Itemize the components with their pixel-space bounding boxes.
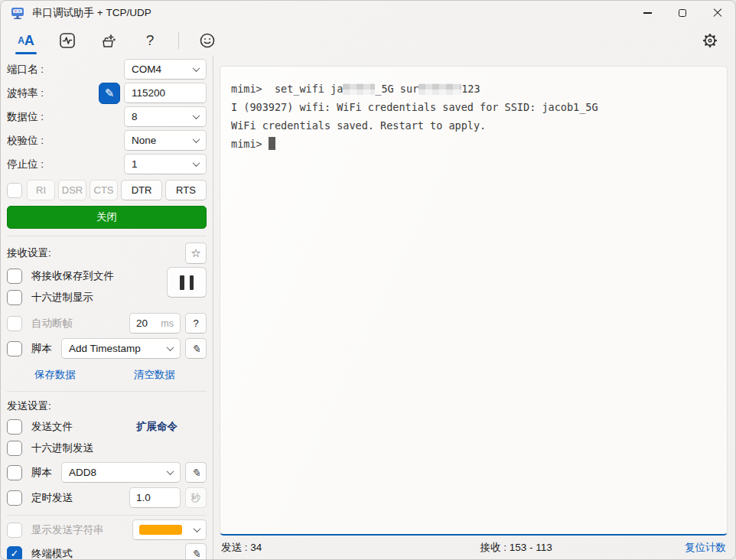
hex-display-label: 十六进制显示: [31, 291, 93, 304]
baud-rate-label: 波特率 :: [7, 86, 44, 100]
flow-control-row: RI DSR CTS DTR RTS: [7, 180, 207, 200]
feedback-button[interactable]: [194, 28, 220, 54]
stop-bits-label: 停止位 :: [7, 158, 44, 171]
terminal-line: mimi> set_wifi ja_5G sur123: [231, 80, 716, 98]
send-settings-section: 发送设置: 发送文件 扩展命令 十六进制发送 脚本 ADD8: [1, 398, 213, 560]
star-icon: ☆: [191, 246, 200, 260]
data-bits-row: 数据位 : 8: [7, 106, 207, 127]
minimize-button[interactable]: [630, 1, 665, 25]
chevron-down-icon: [167, 467, 174, 475]
terminal-mode-row: ✓ 终端模式 ✎: [7, 544, 207, 560]
receive-script-select[interactable]: Add Timestamp: [61, 338, 181, 359]
redacted-password: [418, 83, 461, 95]
terminal-output-area[interactable]: mimi> set_wifi ja_5G sur123 I (903927) w…: [220, 66, 728, 536]
gear-icon: [701, 31, 719, 50]
send-script-select[interactable]: ADD8: [61, 462, 181, 483]
divider: [7, 236, 207, 236]
dtr-button[interactable]: DTR: [121, 180, 162, 200]
send-script-edit-button[interactable]: ✎: [185, 462, 207, 483]
pen-icon: ✎: [191, 467, 200, 479]
hex-display-checkbox[interactable]: [7, 290, 22, 305]
send-file-checkbox[interactable]: [7, 419, 22, 435]
seconds-unit-box: 秒: [185, 487, 207, 508]
plotter-button[interactable]: [54, 28, 80, 54]
port-name-select[interactable]: COM4: [124, 59, 207, 80]
flow-control-checkbox[interactable]: [7, 183, 22, 198]
save-data-link[interactable]: 保存数据: [34, 368, 76, 382]
dsr-button: DSR: [58, 180, 86, 200]
receive-settings-title: 接收设置:: [7, 246, 51, 260]
terminal-line: I (903927) wifi: WiFi credentials saved …: [231, 98, 716, 116]
timed-send-label: 定时发送: [31, 491, 73, 505]
auto-frame-checkbox[interactable]: [7, 316, 22, 331]
toolbar: AA ?: [1, 25, 735, 56]
auto-frame-interval-input[interactable]: 20 ms: [129, 313, 181, 334]
toolbar-separator: [178, 32, 179, 49]
hex-send-row: 十六进制发送: [7, 439, 207, 457]
auto-frame-help-button[interactable]: ?: [185, 313, 207, 334]
color-swatch-orange: [139, 525, 182, 535]
ri-button: RI: [27, 180, 55, 200]
parity-label: 校验位 :: [7, 134, 44, 148]
magic-box-icon: [99, 31, 118, 50]
terminal-cursor: [269, 137, 275, 150]
receive-script-row: 脚本 Add Timestamp ✎: [7, 338, 207, 359]
chevron-down-icon: [193, 135, 200, 143]
receive-links-row: 保存数据 清空数据: [7, 366, 207, 384]
clear-data-link[interactable]: 清空数据: [134, 368, 175, 382]
terminal-line: WiFi credentials saved. Restart to apply…: [231, 116, 716, 135]
pause-icon: [180, 275, 184, 290]
app-logo-icon: [11, 6, 24, 20]
chevron-down-icon: [194, 525, 201, 532]
extend-command-link[interactable]: 扩展命令: [136, 420, 177, 434]
selected-tab-indicator: [15, 52, 37, 54]
data-bits-label: 数据位 :: [7, 110, 44, 124]
send-settings-title: 发送设置:: [7, 399, 51, 413]
receive-script-checkbox[interactable]: [7, 341, 22, 357]
terminal-mode-checkbox[interactable]: ✓: [7, 546, 22, 560]
font-settings-button[interactable]: AA: [13, 28, 39, 54]
help-icon: ?: [146, 32, 155, 49]
favorite-button[interactable]: ☆: [185, 243, 207, 264]
app-window: 串口调试助手 + TCP/UDP AA ?: [0, 0, 736, 560]
magic-box-button[interactable]: [96, 28, 122, 54]
close-port-button[interactable]: 关闭: [7, 206, 207, 229]
data-bits-select[interactable]: 8: [124, 106, 207, 127]
hex-send-label: 十六进制发送: [31, 441, 93, 455]
serial-config-panel: 端口名 : COM4 波特率 : ✎ 115200 数据位 : 8 校验位 :: [1, 56, 213, 559]
pen-icon: ✎: [191, 343, 200, 355]
reset-counter-link[interactable]: 复位计数: [685, 541, 726, 555]
hex-send-checkbox[interactable]: [7, 441, 22, 456]
show-send-string-checkbox[interactable]: [7, 523, 22, 538]
pause-receive-button[interactable]: [167, 267, 207, 298]
baud-rate-row: 波特率 : ✎ 115200: [7, 83, 207, 103]
baud-edit-button[interactable]: ✎: [99, 83, 120, 104]
baud-rate-input[interactable]: 115200: [124, 83, 207, 103]
close-button[interactable]: [700, 1, 735, 25]
timed-send-checkbox[interactable]: [7, 490, 22, 506]
font-icon: A: [18, 36, 24, 45]
terminal-mode-edit-button[interactable]: ✎: [185, 543, 207, 560]
send-script-checkbox[interactable]: [7, 465, 22, 480]
statusbar: 发送 : 34 接收 : 153 - 113 复位计数: [213, 536, 735, 559]
redacted-ssid: [343, 83, 375, 95]
check-icon: ✓: [11, 548, 19, 559]
receive-script-edit-button[interactable]: ✎: [185, 338, 207, 359]
stop-bits-select[interactable]: 1: [124, 154, 207, 174]
maximize-button[interactable]: [665, 1, 700, 25]
parity-select[interactable]: None: [124, 130, 207, 151]
send-string-color-select[interactable]: [132, 519, 207, 540]
minimize-icon: [643, 12, 652, 13]
help-button[interactable]: ?: [137, 28, 163, 54]
receive-settings-section: 接收设置: ☆ 将接收保存到文件 十六进制显示 自动断帧: [1, 243, 213, 384]
send-file-label: 发送文件: [31, 420, 73, 434]
settings-button[interactable]: [697, 28, 723, 54]
rts-button[interactable]: RTS: [165, 180, 207, 200]
save-to-file-checkbox[interactable]: [7, 269, 22, 284]
terminal-mode-label: 终端模式: [31, 547, 73, 560]
timed-send-interval-input[interactable]: 1.0: [129, 487, 181, 508]
show-send-string-label: 显示发送字符串: [31, 523, 104, 537]
timed-send-row: 定时发送 1.0 秒: [7, 487, 207, 508]
window-title: 串口调试助手 + TCP/UDP: [32, 6, 151, 20]
send-script-label: 脚本: [31, 466, 52, 480]
